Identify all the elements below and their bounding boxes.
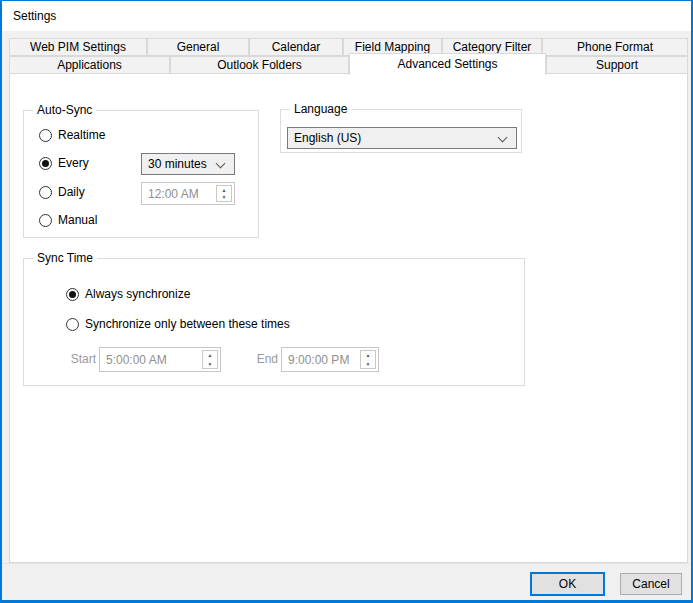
daily-time-spinner: 12:00 AM ▲ ▼ [141,182,235,205]
auto-sync-legend: Auto-Sync [33,103,96,117]
spinner-buttons: ▲ ▼ [216,185,232,202]
tab-phone-format[interactable]: Phone Format [542,38,688,56]
tab-general[interactable]: General [147,38,249,56]
tab-applications[interactable]: Applications [9,56,170,74]
radio-label: Manual [58,213,97,227]
radio-label: Synchronize only between these times [85,317,290,331]
radio-label: Daily [58,185,85,199]
radio-label: Every [58,156,89,170]
start-time-spinner: 5:00:00 AM ▲ ▼ [99,347,221,372]
auto-sync-group: Auto-Sync Realtime Every 30 minutes Dail… [23,110,259,238]
start-time-value: 5:00:00 AM [100,348,202,371]
radio-label: Always synchronize [85,287,190,301]
dialog-footer: OK Cancel [2,563,691,601]
tab-advanced-settings[interactable]: Advanced Settings [349,53,546,75]
radio-icon [39,157,52,170]
start-label: Start [60,347,96,372]
daily-time-value: 12:00 AM [142,183,216,204]
spinner-buttons: ▲ ▼ [360,350,376,369]
tab-outlook-folders[interactable]: Outlook Folders [170,56,349,74]
radio-icon [39,129,52,142]
radio-realtime[interactable]: Realtime [39,128,105,142]
sync-time-group: Sync Time Always synchronize Synchronize… [23,258,525,386]
advanced-settings-page: Auto-Sync Realtime Every 30 minutes Dail… [9,73,688,563]
language-legend: Language [290,102,351,116]
radio-label: Realtime [58,128,105,142]
end-time-value: 9:00:00 PM [282,348,360,371]
spinner-down-icon: ▼ [361,360,375,369]
radio-icon [66,318,79,331]
tab-calendar[interactable]: Calendar [249,38,343,56]
spinner-down-icon: ▼ [217,194,231,202]
end-time-spinner: 9:00:00 PM ▲ ▼ [281,347,379,372]
language-group: Language English (US) [280,109,522,153]
radio-synchronize-between-times[interactable]: Synchronize only between these times [66,317,290,331]
spinner-up-icon: ▲ [361,351,375,360]
radio-daily[interactable]: Daily [39,185,85,199]
tab-support[interactable]: Support [546,56,688,74]
end-label: End [228,347,278,372]
radio-icon [66,288,79,301]
radio-manual[interactable]: Manual [39,213,97,227]
spinner-up-icon: ▲ [217,186,231,194]
language-select[interactable]: English (US) [287,127,517,149]
tab-web-pim-settings[interactable]: Web PIM Settings [9,38,147,56]
title-bar: Settings [2,1,691,31]
sync-time-legend: Sync Time [33,251,97,265]
window-title: Settings [13,1,691,31]
every-interval-select[interactable]: 30 minutes [141,153,235,175]
radio-icon [39,186,52,199]
settings-dialog: Settings Web PIM Settings General Calend… [0,0,693,603]
spinner-up-icon: ▲ [203,351,217,360]
cancel-button[interactable]: Cancel [620,573,682,595]
ok-button[interactable]: OK [530,572,605,596]
tab-strip-row-2: Applications Outlook Folders Advanced Se… [9,56,688,78]
spinner-down-icon: ▼ [203,360,217,369]
radio-every[interactable]: Every [39,156,89,170]
radio-always-synchronize[interactable]: Always synchronize [66,287,190,301]
language-value: English (US) [294,128,516,148]
radio-icon [39,214,52,227]
spinner-buttons: ▲ ▼ [202,350,218,369]
